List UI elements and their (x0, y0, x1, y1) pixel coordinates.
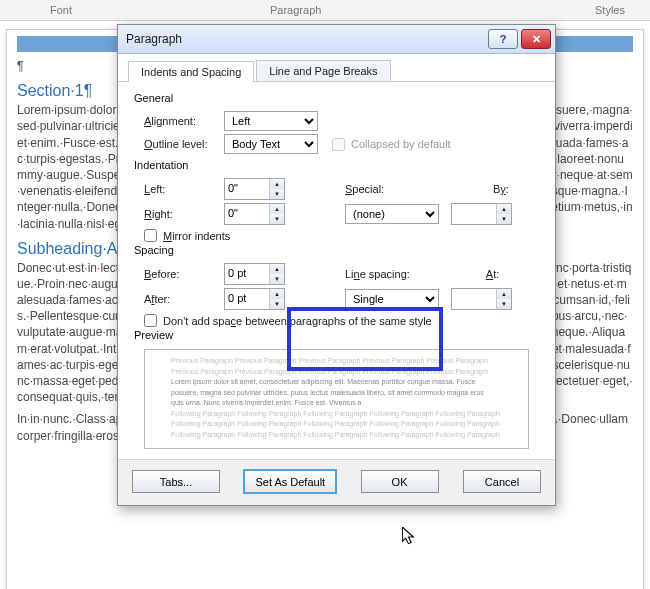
spin-down-icon[interactable]: ▼ (270, 274, 284, 284)
spin-up-icon[interactable]: ▲ (497, 289, 511, 299)
spacing-before-spinner[interactable]: ▲▼ (224, 263, 285, 285)
button-row: Tabs... Set As Default OK Cancel (118, 459, 555, 505)
preview-line: Previous Paragraph Previous Paragraph Pr… (171, 367, 502, 378)
spin-down-icon[interactable]: ▼ (270, 299, 284, 309)
spacing-before-input[interactable] (225, 264, 269, 282)
cancel-button[interactable]: Cancel (463, 470, 541, 493)
indent-left-spinner[interactable]: ▲▼ (224, 178, 285, 200)
spin-down-icon[interactable]: ▼ (270, 214, 284, 224)
close-button[interactable]: ✕ (521, 29, 551, 49)
indent-left-label: Left: (134, 183, 224, 195)
tab-indents-spacing[interactable]: Indents and Spacing (128, 61, 254, 82)
dont-add-space-checkbox[interactable] (144, 314, 157, 327)
paragraph-dialog: Paragraph ? ✕ Indents and Spacing Line a… (117, 24, 556, 506)
group-label-indentation: Indentation (134, 157, 539, 175)
spin-up-icon[interactable]: ▲ (270, 204, 284, 214)
group-label-spacing: Spacing (134, 242, 539, 260)
group-label-preview: Preview (134, 327, 539, 345)
dialog-title: Paragraph (126, 32, 485, 46)
spin-down-icon[interactable]: ▼ (270, 189, 284, 199)
indent-right-input[interactable] (225, 204, 269, 222)
group-general: General Alignment: Left Outline level: B… (134, 90, 539, 154)
spin-up-icon[interactable]: ▲ (270, 179, 284, 189)
preview-line: Following Paragraph Following Paragraph … (171, 419, 502, 430)
group-spacing: Spacing Before: ▲▼ Line spacing: At: Aft… (134, 242, 539, 327)
spacing-after-spinner[interactable]: ▲▼ (224, 288, 285, 310)
ribbon-strip: Font Paragraph Styles (0, 0, 650, 21)
ribbon-group-styles: Styles (595, 4, 625, 16)
group-indentation: Indentation Left: ▲▼ Special: By: Right:… (134, 157, 539, 242)
preview-line: posuere, magna sed pulvinar ultricies, p… (171, 388, 502, 399)
at-input[interactable] (452, 289, 496, 307)
outline-level-select[interactable]: Body Text (224, 134, 318, 154)
special-label: Special: (285, 183, 433, 195)
help-button[interactable]: ? (488, 29, 518, 49)
indent-left-input[interactable] (225, 179, 269, 197)
spin-up-icon[interactable]: ▲ (270, 264, 284, 274)
spacing-after-label: After: (134, 293, 224, 305)
spacing-before-label: Before: (134, 268, 224, 280)
dialog-body: General Alignment: Left Outline level: B… (118, 82, 555, 459)
ribbon-group-paragraph: Paragraph (270, 4, 321, 16)
preview-line: Previous Paragraph Previous Paragraph Pr… (171, 356, 502, 367)
group-label-general: General (134, 90, 539, 108)
spin-down-icon[interactable]: ▼ (497, 299, 511, 309)
outline-level-label: Outline level: (134, 138, 224, 150)
cursor-icon (402, 527, 416, 547)
mirror-indents-checkbox[interactable] (144, 229, 157, 242)
by-label: By: (493, 183, 509, 195)
special-select[interactable]: (none) (345, 204, 439, 224)
dialog-tabs: Indents and Spacing Line and Page Breaks (118, 54, 555, 82)
spin-up-icon[interactable]: ▲ (497, 204, 511, 214)
indent-right-label: Right: (134, 208, 224, 220)
preview-line: Following Paragraph Following Paragraph … (171, 430, 502, 441)
line-spacing-label: Line spacing: (345, 268, 410, 280)
mirror-indents-label: Mirror indents (163, 230, 230, 242)
at-spinner[interactable]: ▲▼ (451, 288, 512, 310)
at-label: At: (486, 268, 499, 280)
tab-line-page-breaks[interactable]: Line and Page Breaks (256, 60, 390, 81)
title-bar[interactable]: Paragraph ? ✕ (118, 25, 555, 54)
spin-down-icon[interactable]: ▼ (497, 214, 511, 224)
dont-add-space-label: Don't add space between paragraphs of th… (163, 315, 432, 327)
spin-up-icon[interactable]: ▲ (270, 289, 284, 299)
preview-box: Previous Paragraph Previous Paragraph Pr… (144, 349, 529, 449)
group-preview: Preview Previous Paragraph Previous Para… (134, 327, 539, 449)
spacing-after-input[interactable] (225, 289, 269, 307)
tabs-button[interactable]: Tabs... (132, 470, 220, 493)
alignment-label: Alignment: (134, 115, 224, 127)
ribbon-group-font: Font (50, 4, 72, 16)
indent-right-spinner[interactable]: ▲▼ (224, 203, 285, 225)
by-input[interactable] (452, 204, 496, 222)
preview-line: Lorem ipsum dolor sit amet, consectetuer… (171, 377, 502, 388)
ok-button[interactable]: OK (361, 470, 439, 493)
alignment-select[interactable]: Left (224, 111, 318, 131)
line-spacing-select[interactable]: Single (345, 289, 439, 309)
preview-line: Following Paragraph Following Paragraph … (171, 409, 502, 420)
by-spinner[interactable]: ▲▼ (451, 203, 512, 225)
collapsed-checkbox (332, 138, 345, 151)
preview-line: quis urna. Nunc viverra imperdiet enim. … (171, 398, 502, 409)
set-as-default-button[interactable]: Set As Default (244, 470, 336, 493)
collapsed-label: Collapsed by default (351, 138, 451, 150)
